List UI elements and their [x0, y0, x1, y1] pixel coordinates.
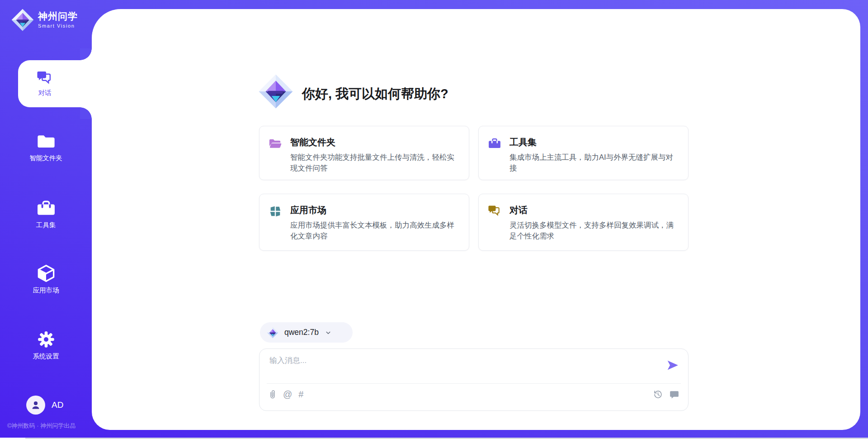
user-profile[interactable]: AD: [26, 396, 63, 415]
model-selector[interactable]: qwen2:7b: [260, 322, 353, 343]
card-app-market[interactable]: 应用市场 应用市场提供丰富长文本模板，助力高效生成多样化文章内容: [259, 194, 469, 251]
card-description: 集成市场上主流工具，助力AI与外界无缝扩展与对接: [509, 152, 679, 173]
card-title: 工具集: [509, 136, 537, 148]
card-description: 智能文件夹功能支持批量文件上传与清洗，轻松实现文件问答: [290, 152, 460, 173]
sidebar-item-settings[interactable]: 系统设置: [0, 330, 92, 361]
sidebar-item-smart-folder[interactable]: 智能文件夹: [0, 132, 92, 162]
chevron-down-icon: [324, 329, 332, 337]
folder-icon: [37, 132, 56, 150]
chat-icon: [37, 70, 53, 85]
sidebar-item-app-market[interactable]: 应用市场: [0, 264, 92, 295]
active-tab-curl-bottom: [80, 107, 92, 119]
brand-title: 神州问学: [38, 11, 78, 22]
hash-icon[interactable]: #: [298, 389, 303, 399]
card-title: 应用市场: [290, 204, 326, 216]
card-toolbox[interactable]: 工具集 集成市场上主流工具，助力AI与外界无缝扩展与对接: [478, 126, 689, 180]
feedback-bubble-icon[interactable]: [670, 390, 679, 399]
greeting-text: 你好, 我可以如何帮助你?: [302, 85, 448, 103]
sidebar: 神州问学 Smart Vision 对话 智能文件夹 工具集 应用市场 系统设置: [0, 0, 92, 439]
card-title: 对话: [509, 204, 528, 216]
send-icon[interactable]: [666, 359, 679, 372]
card-smart-folder[interactable]: 智能文件夹 智能文件夹功能支持批量文件上传与清洗，轻松实现文件问答: [259, 126, 469, 180]
model-name: qwen2:7b: [284, 328, 319, 337]
sidebar-item-label: 工具集: [36, 221, 56, 229]
history-icon[interactable]: [653, 390, 663, 399]
sidebar-item-label: 应用市场: [33, 286, 59, 295]
folder-open-icon: [269, 137, 282, 150]
person-icon: [30, 400, 41, 410]
message-input[interactable]: [269, 355, 649, 381]
card-description: 应用市场提供丰富长文本模板，助力高效生成多样化文章内容: [290, 220, 460, 241]
active-tab-curl-top: [80, 48, 92, 60]
model-diamond-icon: [267, 327, 278, 339]
at-mention-icon[interactable]: @: [283, 389, 292, 399]
avatar: [26, 396, 45, 415]
toolbox-icon: [488, 137, 501, 150]
gear-icon: [37, 330, 55, 348]
paperclip-icon[interactable]: [269, 389, 277, 400]
chat-icon: [488, 205, 501, 216]
user-initials: AD: [52, 400, 63, 410]
sidebar-item-label: 智能文件夹: [29, 154, 62, 162]
composer-divider: [267, 383, 681, 384]
sidebar-item-toolbox[interactable]: 工具集: [0, 199, 92, 229]
message-composer: @ #: [259, 348, 689, 411]
toolbox-icon: [36, 199, 56, 217]
sidebar-item-label: 系统设置: [33, 352, 59, 361]
cube-icon: [37, 264, 56, 282]
brand-subtitle: Smart Vision: [38, 23, 78, 29]
card-chat[interactable]: 对话 灵活切换多模型文件，支持多样回复效果调试，满足个性化需求: [478, 194, 689, 251]
sidebar-item-chat[interactable]: 对话: [18, 60, 92, 107]
sidebar-footer: ©神州数码 · 神州问学出品: [7, 422, 75, 430]
app-grid-icon: [269, 205, 282, 218]
card-title: 智能文件夹: [290, 136, 335, 148]
brand-diamond-icon: [11, 8, 34, 32]
card-description: 灵活切换多模型文件，支持多样回复效果调试，满足个性化需求: [509, 220, 679, 241]
greeting-diamond-icon: [258, 73, 294, 110]
app-window: 神州问学 Smart Vision 对话 智能文件夹 工具集 应用市场 系统设置: [0, 0, 868, 439]
sidebar-item-label: 对话: [38, 89, 52, 97]
brand-logo: 神州问学 Smart Vision: [11, 8, 78, 32]
